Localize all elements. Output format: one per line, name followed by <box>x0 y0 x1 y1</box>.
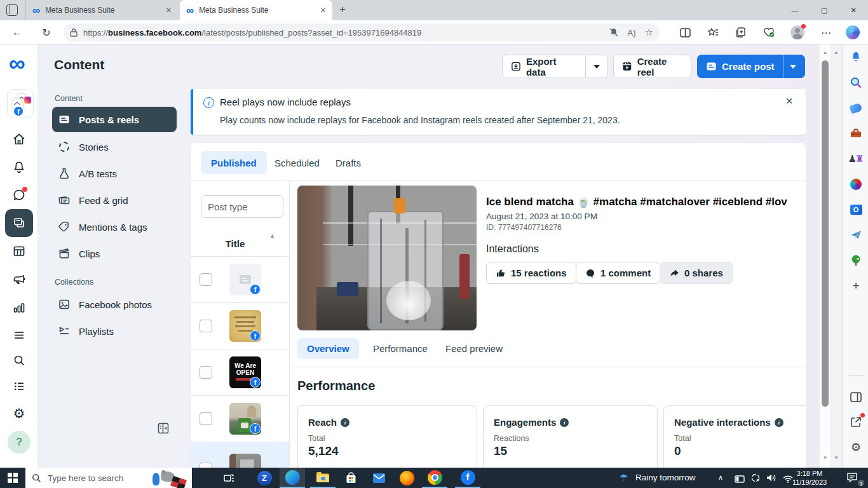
settings-icon[interactable]: ⚙ <box>848 440 864 455</box>
nav-item-ab-tests[interactable]: A/B tests <box>52 161 177 186</box>
info-icon[interactable]: i <box>560 418 569 427</box>
nav-item-facebook-photos[interactable]: Facebook photos <box>52 292 177 317</box>
browser-essentials-icon[interactable] <box>761 25 776 40</box>
info-icon[interactable]: i <box>341 418 349 427</box>
tab-actions-icon[interactable] <box>6 4 18 16</box>
post-list-row[interactable]: We Are OPEN f <box>191 349 289 395</box>
refresh-button[interactable]: ↻ <box>38 24 55 41</box>
pen-tray-icon[interactable] <box>751 473 760 485</box>
task-view-icon[interactable] <box>216 468 241 488</box>
back-button[interactable]: ← <box>9 24 25 41</box>
taskbar-search-box[interactable]: Type here to search <box>25 468 192 488</box>
content-scrollbar[interactable]: ▲ ▼ <box>820 44 831 468</box>
browser-tab-1[interactable]: ∞ Meta Business Suite ✕ <box>25 0 178 20</box>
maximize-button[interactable]: ▢ <box>810 0 839 20</box>
share-icon[interactable] <box>848 414 864 430</box>
sort-up-icon[interactable]: ▲ <box>269 233 275 239</box>
insights-icon[interactable] <box>12 301 26 315</box>
address-bar[interactable]: https://business.facebook.com/latest/pos… <box>64 24 660 41</box>
tools-icon[interactable] <box>848 126 864 141</box>
toggle-sidebar-icon[interactable] <box>848 390 864 405</box>
outlook-icon[interactable]: O <box>848 202 864 217</box>
window-close-button[interactable]: ✕ <box>839 0 868 20</box>
messages-icon[interactable] <box>12 188 26 202</box>
tasks-icon[interactable] <box>12 379 26 393</box>
create-reel-button[interactable]: Create reel <box>613 55 691 78</box>
row-checkbox[interactable] <box>200 412 212 425</box>
start-button[interactable] <box>0 468 25 488</box>
notifications-icon[interactable] <box>848 50 864 65</box>
microsoft-365-icon[interactable] <box>848 177 864 192</box>
post-image[interactable] <box>297 186 477 330</box>
all-tools-icon[interactable] <box>12 328 26 342</box>
collections-icon[interactable] <box>733 25 749 40</box>
settings-icon[interactable]: ⚙ <box>12 407 26 421</box>
new-tab-button[interactable]: + <box>339 3 346 16</box>
taskbar-clock[interactable]: 3:18 PM 11/19/2023 <box>787 469 832 487</box>
tab-overview[interactable]: Overview <box>297 338 359 359</box>
post-list-row[interactable]: f <box>191 256 289 302</box>
zalo-icon[interactable]: Z <box>252 468 277 488</box>
mail-icon[interactable] <box>366 468 391 488</box>
scroll-down-icon[interactable]: ▼ <box>831 455 841 461</box>
tree-game-icon[interactable] <box>848 253 864 268</box>
reactions-button[interactable]: 15 reactions <box>486 262 576 284</box>
scrollbar-thumb[interactable] <box>822 60 829 407</box>
file-explorer-icon[interactable] <box>310 468 336 488</box>
comments-button[interactable]: 1 comment <box>576 262 660 284</box>
search-icon[interactable] <box>12 353 26 367</box>
post-list-row[interactable]: f <box>191 395 289 442</box>
settings-menu-icon[interactable]: ⋯ <box>818 25 834 40</box>
ads-icon[interactable] <box>12 272 26 286</box>
browser-tab-2[interactable]: ∞ Meta Business Suite ✕ <box>180 0 332 20</box>
shopping-icon[interactable] <box>848 100 864 116</box>
nav-item-clips[interactable]: Clips <box>52 241 177 266</box>
info-icon[interactable]: i <box>775 418 783 427</box>
tab-scheduled[interactable]: Scheduled <box>264 151 330 174</box>
tab-drafts[interactable]: Drafts <box>325 151 371 174</box>
help-button[interactable]: ? <box>8 431 31 454</box>
drop-icon[interactable] <box>848 227 864 243</box>
read-aloud-icon[interactable]: A) <box>628 28 636 37</box>
shares-button[interactable]: 0 shares <box>660 262 733 284</box>
row-checkbox[interactable] <box>200 273 212 286</box>
home-icon[interactable] <box>12 132 26 146</box>
nav-item-playlists[interactable]: Playlists <box>52 318 177 344</box>
scroll-up-icon[interactable]: ▲ <box>831 50 841 55</box>
notifications-muted-icon[interactable] <box>609 27 619 37</box>
row-checkbox[interactable] <box>200 320 212 332</box>
games-icon[interactable]: ♟♜ <box>848 151 864 166</box>
export-dropdown-arrow[interactable] <box>585 55 607 78</box>
banner-close-icon[interactable]: ✕ <box>785 96 793 106</box>
tab-close-icon[interactable]: ✕ <box>320 6 326 15</box>
scroll-down-icon[interactable]: ▼ <box>820 455 831 461</box>
planner-icon[interactable] <box>12 244 26 258</box>
weather-label[interactable]: Rainy tomorrow <box>635 473 696 482</box>
business-avatar[interactable]: f <box>7 89 34 118</box>
action-center-icon[interactable]: 1 <box>846 472 863 485</box>
content-rail-item-selected[interactable] <box>5 209 33 237</box>
split-screen-icon[interactable] <box>677 25 693 40</box>
profile-avatar[interactable] <box>790 25 805 40</box>
notifications-icon[interactable] <box>12 160 26 174</box>
row-checkbox[interactable] <box>200 463 212 468</box>
post-type-filter[interactable]: Post type <box>201 195 283 218</box>
nav-item-posts-reels[interactable]: Posts & reels <box>52 107 177 132</box>
tab-feed-preview[interactable]: Feed preview <box>436 338 512 359</box>
tab-published[interactable]: Published <box>201 151 267 174</box>
minimize-button[interactable]: — <box>780 0 810 20</box>
favorite-star-icon[interactable]: ☆ <box>645 27 653 38</box>
row-checkbox[interactable] <box>200 366 212 379</box>
display-tray-icon[interactable] <box>735 474 745 485</box>
tab-performance[interactable]: Performance <box>363 338 437 359</box>
collapse-panel-icon[interactable] <box>157 422 170 435</box>
add-to-sidebar-icon[interactable]: + <box>848 278 864 294</box>
firefox-icon[interactable] <box>394 468 419 488</box>
create-post-button[interactable]: Create post <box>697 55 805 78</box>
facebook-icon[interactable]: f <box>455 468 480 488</box>
copilot-icon[interactable] <box>845 25 860 40</box>
nav-item-mentions-tags[interactable]: Mentions & tags <box>52 214 177 240</box>
nav-item-stories[interactable]: Stories <box>52 134 177 159</box>
edge-icon[interactable] <box>280 468 305 488</box>
hidden-icons-chevron[interactable]: ∧ <box>718 473 723 482</box>
